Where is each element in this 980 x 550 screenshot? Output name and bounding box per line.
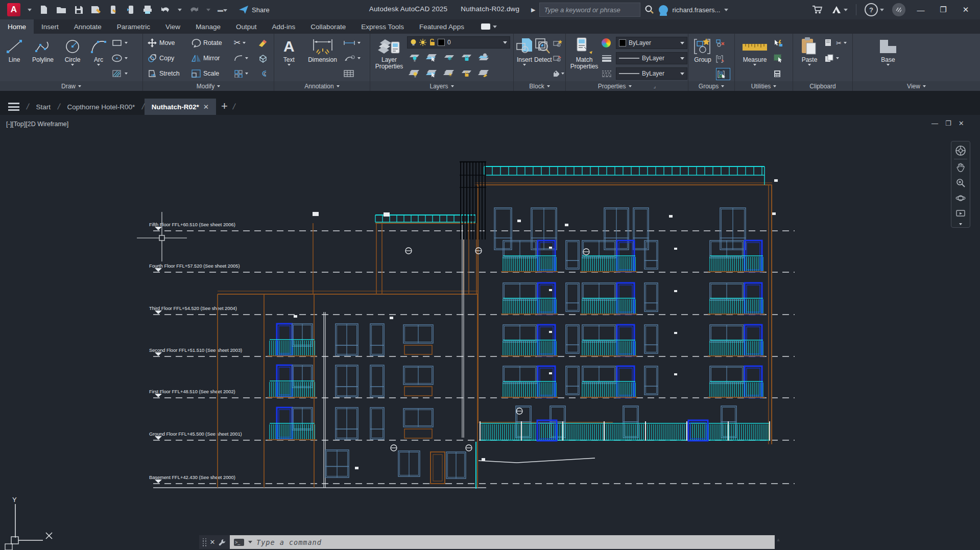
quick-select-button[interactable] xyxy=(774,36,788,50)
undo-caret-icon[interactable] xyxy=(178,9,182,11)
app-menu-caret-icon[interactable] xyxy=(28,9,32,11)
file-tab-start[interactable]: Start xyxy=(29,99,58,115)
help-button[interactable]: ? xyxy=(865,3,884,16)
group-edit-button[interactable] xyxy=(716,52,730,66)
panel-caption-properties[interactable]: Properties ⌟ xyxy=(566,81,688,91)
autocad-logo-icon[interactable]: A xyxy=(7,3,20,16)
circle-button[interactable]: Circle xyxy=(59,35,86,81)
elevation-drawing[interactable]: Fifth Floor FFL+60.510 (See sheet 2006)F… xyxy=(0,115,980,550)
layer-properties-button[interactable]: Layer Properties xyxy=(372,35,406,81)
table-button[interactable] xyxy=(343,67,368,81)
share-button[interactable]: Share xyxy=(238,5,270,14)
save-icon[interactable] xyxy=(74,5,84,15)
explode-button[interactable] xyxy=(258,52,272,65)
new-drawing-tab-button[interactable]: + xyxy=(216,100,233,113)
cut-button[interactable]: ✂ xyxy=(825,36,847,50)
linetype-select[interactable]: ByLayer xyxy=(616,67,687,80)
save-as-icon[interactable] xyxy=(91,5,101,15)
ribbon-display-toggle[interactable] xyxy=(481,19,497,34)
tab-collaborate[interactable]: Collaborate xyxy=(303,19,353,34)
tab-featured-apps[interactable]: Featured Apps xyxy=(412,19,472,34)
redo-caret-icon[interactable] xyxy=(206,9,210,11)
copy-clip-button[interactable] xyxy=(825,52,847,65)
panel-caption-view[interactable]: View xyxy=(853,81,980,91)
pan-icon[interactable] xyxy=(953,160,968,175)
array-button[interactable] xyxy=(234,67,257,81)
detect-button[interactable]: Detect xyxy=(534,35,552,81)
create-block-button[interactable] xyxy=(553,36,564,50)
text-button[interactable]: A Text xyxy=(276,35,302,81)
search-icon[interactable] xyxy=(644,5,655,15)
viewport-restore-icon[interactable]: ❐ xyxy=(945,119,951,127)
viewport-minimize-icon[interactable]: — xyxy=(931,119,938,127)
panel-caption-utilities[interactable]: Utilities xyxy=(735,81,793,91)
copy-button[interactable]: Copy xyxy=(147,52,190,65)
layer-on-button[interactable] xyxy=(409,70,419,77)
dimension-button[interactable]: Dimension xyxy=(303,35,343,81)
orbit-icon[interactable] xyxy=(953,191,968,205)
match-properties-button[interactable]: Match Properties xyxy=(568,35,601,81)
tab-express-tools[interactable]: Express Tools xyxy=(353,19,412,34)
move-button[interactable]: Move xyxy=(147,36,190,50)
viewport-close-icon[interactable]: ✕ xyxy=(959,119,964,127)
layer-isolate-button[interactable] xyxy=(426,54,437,61)
tab-manage[interactable]: Manage xyxy=(188,19,228,34)
group-button[interactable]: Group xyxy=(690,35,715,81)
write-block-button[interactable] xyxy=(553,52,564,65)
panel-caption-modify[interactable]: Modify xyxy=(143,81,274,91)
polyline-button[interactable]: Polyline xyxy=(28,35,58,81)
qat-customize-icon[interactable]: ▬ xyxy=(218,7,227,13)
object-color-select[interactable]: ByLayer xyxy=(616,37,687,49)
open-from-mobile-icon[interactable] xyxy=(108,5,118,15)
save-to-mobile-icon[interactable] xyxy=(126,5,136,15)
minimize-button[interactable]: — xyxy=(914,6,928,14)
tab-annotate[interactable]: Annotate xyxy=(66,19,109,34)
layer-unisolate-button[interactable] xyxy=(426,70,437,77)
viewport-controls-label[interactable]: [-][Top][2D Wireframe] xyxy=(6,121,68,128)
user-name[interactable]: richard.frasers... xyxy=(672,6,720,14)
restore-button[interactable]: ❐ xyxy=(936,5,950,14)
tab-output[interactable]: Output xyxy=(228,19,265,34)
layer-unlock-button[interactable] xyxy=(461,70,471,77)
layer-select[interactable]: 0 xyxy=(407,36,510,49)
panel-caption-groups[interactable]: Groups xyxy=(688,81,734,91)
file-tabs-menu-icon[interactable] xyxy=(8,103,19,111)
dim-linear-button[interactable] xyxy=(343,36,368,50)
line-button[interactable]: Line xyxy=(2,35,27,81)
ellipse-button[interactable] xyxy=(111,52,138,65)
command-bar-grip[interactable]: ✕ xyxy=(199,535,230,549)
layer-lock-button[interactable] xyxy=(461,54,471,61)
user-menu-caret-icon[interactable] xyxy=(724,9,728,11)
autodesk-apps-button[interactable] xyxy=(831,6,848,14)
trim-button[interactable]: ✂ xyxy=(234,36,257,50)
search-input[interactable]: Type a keyword or phrase xyxy=(539,3,640,17)
tab-view[interactable]: View xyxy=(158,19,188,34)
panel-caption-clipboard[interactable]: Clipboard xyxy=(793,81,852,91)
assistant-icon[interactable] xyxy=(892,3,905,16)
command-close-icon[interactable]: ✕ xyxy=(210,538,216,546)
drawing-canvas[interactable]: Fifth Floor FFL+60.510 (See sheet 2006)F… xyxy=(0,115,980,550)
user-avatar-icon[interactable] xyxy=(659,5,668,14)
rotate-button[interactable]: Rotate xyxy=(191,36,233,50)
lineweight-select[interactable]: ByLayer xyxy=(616,52,687,64)
layer-off-button[interactable] xyxy=(409,54,419,61)
navigation-wheel-icon[interactable] xyxy=(953,144,968,158)
hatch-button[interactable] xyxy=(111,67,138,81)
stretch-button[interactable]: Stretch xyxy=(147,67,190,81)
cart-icon[interactable] xyxy=(812,5,823,14)
tab-parametric[interactable]: Parametric xyxy=(109,19,158,34)
new-file-icon[interactable] xyxy=(39,5,49,15)
offset-button[interactable] xyxy=(258,67,272,81)
file-tab-copthorne[interactable]: Copthorne Hotel-R00* xyxy=(60,99,142,115)
fillet-button[interactable] xyxy=(234,52,257,65)
panel-caption-draw[interactable]: Draw xyxy=(0,81,142,91)
search-expand-icon[interactable]: ▶ xyxy=(531,7,535,13)
insert-button[interactable]: Insert xyxy=(516,35,533,81)
rectangle-button[interactable] xyxy=(111,36,138,50)
panel-caption-annotation[interactable]: Annotation xyxy=(274,81,370,91)
command-customize-wrench-icon[interactable] xyxy=(218,538,226,546)
tab-add-ins[interactable]: Add-ins xyxy=(264,19,303,34)
properties-dialog-launcher-icon[interactable]: ⌟ xyxy=(654,83,656,89)
open-folder-icon[interactable] xyxy=(56,5,66,15)
group-selection-toggle[interactable] xyxy=(716,68,730,80)
